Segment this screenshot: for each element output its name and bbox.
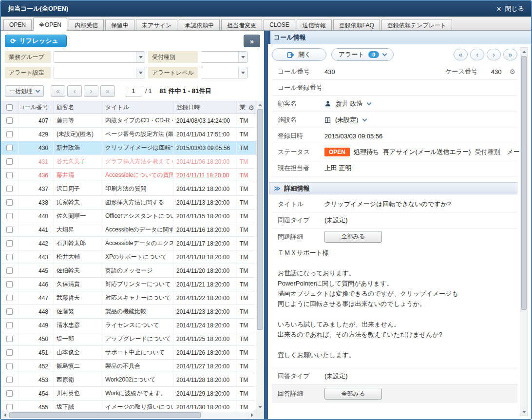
open-call-button[interactable]: 開く — [272, 48, 326, 61]
table-row[interactable]: 429(未設定)(匿名)ページ番号の設定方法 (最2014/11/04 17:5… — [1, 128, 256, 141]
table-vertical-scrollbar[interactable] — [256, 101, 264, 411]
row-checkbox[interactable] — [6, 158, 13, 165]
table-row[interactable]: 454川村英也Workに波線がでます。2014/11/29 18:20:00TM — [1, 387, 256, 401]
detail-section-header[interactable]: ≫ 詳細情報 — [269, 182, 517, 194]
facility-select[interactable]: (未設定) — [324, 115, 366, 124]
tab-2[interactable]: 全OPEN — [33, 18, 67, 31]
tab-10[interactable]: 登録依頼FAQ — [333, 19, 380, 30]
row-checkbox[interactable] — [6, 213, 13, 219]
row-checkbox[interactable] — [6, 377, 13, 383]
row-checkbox[interactable] — [6, 281, 13, 287]
table-row[interactable]: 407藤田等内蔵タイプのCD・CD-R・2014/08/03 14:24:00T… — [1, 114, 256, 128]
scroll-thumb[interactable] — [9, 412, 201, 418]
table-row[interactable]: 446久保清貴対応プリンターについて2014/11/21 18:20:00TM — [1, 278, 256, 291]
row-checkbox[interactable] — [6, 390, 13, 397]
filter-dropdown-3[interactable] — [54, 67, 145, 78]
column-header-2[interactable]: 顧客名 — [54, 101, 102, 114]
next-page-button[interactable]: › — [84, 85, 98, 97]
column-header-1[interactable]: コール番号 — [19, 101, 54, 114]
scroll-thumb[interactable] — [257, 109, 263, 330]
last-call-button[interactable]: » — [503, 49, 517, 60]
select-all-checkbox[interactable] — [6, 104, 13, 111]
row-checkbox[interactable] — [6, 131, 13, 137]
column-header-3[interactable]: タイトル — [102, 101, 173, 114]
tab-6[interactable]: 承認依頼中 — [179, 19, 220, 30]
row-checkbox[interactable] — [6, 267, 13, 274]
tab-3[interactable]: 内部受信 — [69, 19, 104, 30]
table-horizontal-scrollbar[interactable] — [1, 411, 256, 419]
filter-dropdown-4[interactable] — [201, 67, 247, 78]
table-row[interactable]: 448佐藤繁製品の機能比較2014/11/23 18:20:00TM — [1, 305, 256, 319]
table-row[interactable]: 453西原衛Work2002について2014/11/28 18:20:00TM — [1, 373, 256, 387]
table-row[interactable]: 443松井大輔XPのサポートについて2014/11/18 18:20:00TM — [1, 250, 256, 264]
row-checkbox[interactable] — [6, 404, 13, 410]
row-checkbox[interactable] — [6, 117, 13, 124]
table-row[interactable]: 455坂下誠イメージの取り扱いについ2014/11/30 18:20:00TM — [1, 401, 256, 411]
row-checkbox[interactable] — [6, 227, 13, 233]
row-checkbox[interactable] — [6, 308, 13, 315]
tab-4[interactable]: 保留中 — [105, 19, 134, 30]
scroll-right-arrow-icon[interactable] — [248, 411, 256, 419]
see-all-problem-button[interactable]: 全部みる — [324, 231, 382, 243]
scroll-up-arrow-icon[interactable] — [520, 48, 528, 56]
table-row[interactable]: 436藤井清Accessibleについての質問2014/11/11 18:20:… — [1, 169, 256, 182]
tab-9[interactable]: 送信情報 — [297, 19, 332, 30]
table-row[interactable]: 451山本俊全サポート中止について2014/11/26 18:20:00TM — [1, 346, 256, 360]
tab-5[interactable]: 未アサイン — [136, 19, 177, 30]
page-number-input[interactable] — [125, 86, 142, 96]
table-row[interactable]: 438氏家幹夫図形挿入方法に関する2014/11/13 18:20:00TM — [1, 196, 256, 210]
customer-select[interactable]: 新井 政浩 — [324, 99, 371, 108]
filter-dropdown-1[interactable] — [54, 51, 145, 63]
row-checkbox[interactable] — [6, 186, 13, 192]
table-row[interactable]: 437沢口周子印刷方法の質問2014/11/12 18:20:00TM — [1, 182, 256, 196]
scroll-track[interactable] — [256, 109, 264, 403]
collapse-panel-button[interactable]: » — [244, 35, 260, 47]
tab-11[interactable]: 登録依頼テンプレート — [381, 19, 452, 30]
see-all-answer-button[interactable]: 全部みる — [324, 388, 382, 400]
row-checkbox[interactable] — [6, 145, 13, 151]
row-checkbox[interactable] — [6, 295, 13, 301]
scroll-track[interactable] — [520, 56, 528, 408]
table-row[interactable]: 450堤一郎アップグレードについて2014/11/25 18:20:00TM — [1, 332, 256, 346]
table-row[interactable]: 442石川幹太郎Accessibleデータのエクス2014/11/17 18:2… — [1, 237, 256, 250]
first-page-button[interactable]: « — [51, 85, 65, 97]
row-checkbox[interactable] — [6, 240, 13, 247]
scroll-down-arrow-icon[interactable] — [256, 403, 264, 411]
scroll-down-arrow-icon[interactable] — [520, 408, 528, 416]
tab-1[interactable]: OPEN — [3, 19, 32, 30]
table-row[interactable]: 430新井政浩クリップイメージは回転で2015/03/03 09:05:56TM — [1, 141, 256, 155]
scroll-up-arrow-icon[interactable] — [256, 101, 264, 109]
row-checkbox[interactable] — [6, 254, 13, 260]
table-row[interactable]: 447武藤哲夫対応スキャナーについて2014/11/22 18:20:00TM — [1, 291, 256, 305]
row-checkbox[interactable] — [6, 172, 13, 178]
refresh-button[interactable]: ⟳ リフレッシュ — [5, 35, 67, 47]
table-row[interactable]: 445佐伯幹夫英語のメッセージ2014/11/20 18:20:00TM — [1, 264, 256, 278]
last-page-button[interactable]: » — [100, 85, 115, 97]
table-row[interactable]: 441大畑昇Accessibleのデータに関す2014/11/16 18:20:… — [1, 223, 256, 237]
batch-action-button[interactable]: 一括処理 — [5, 85, 44, 97]
tab-7[interactable]: 担当者変更 — [221, 19, 262, 30]
detail-vertical-scrollbar[interactable] — [520, 47, 528, 416]
row-checkbox[interactable] — [6, 199, 13, 206]
tab-8[interactable]: CLOSE — [264, 19, 295, 30]
prev-call-button[interactable]: ‹ — [470, 49, 484, 60]
table-row[interactable]: 452飯島慎二製品の不具合2014/11/27 18:20:00TM — [1, 360, 256, 373]
next-call-button[interactable]: › — [487, 49, 501, 60]
settings-gear-icon[interactable]: ⚙ — [509, 68, 515, 76]
column-header-4[interactable]: 登録日時 — [173, 101, 237, 114]
row-checkbox[interactable] — [6, 349, 13, 356]
column-settings-gear-icon[interactable]: ⚙ — [248, 104, 254, 112]
table-row[interactable]: 449清水忠彦ライセンスについて2014/11/24 18:20:00TM — [1, 319, 256, 332]
row-checkbox[interactable] — [6, 363, 13, 369]
table-row[interactable]: 431谷元久美子グラフ挿入方法を教えてく2014/11/06 18:20:00T… — [1, 155, 256, 169]
scroll-track[interactable] — [9, 411, 248, 419]
panel-splitter[interactable] — [264, 31, 268, 419]
row-checkbox[interactable] — [6, 336, 13, 342]
filter-dropdown-2[interactable] — [201, 51, 247, 63]
alert-button[interactable]: アラート 0 — [331, 48, 394, 61]
first-call-button[interactable]: « — [454, 49, 468, 60]
close-button[interactable]: ✕ 閉じる — [496, 4, 524, 13]
scroll-thumb[interactable] — [521, 56, 527, 310]
prev-page-button[interactable]: ‹ — [67, 85, 82, 97]
scroll-left-arrow-icon[interactable] — [1, 411, 9, 419]
